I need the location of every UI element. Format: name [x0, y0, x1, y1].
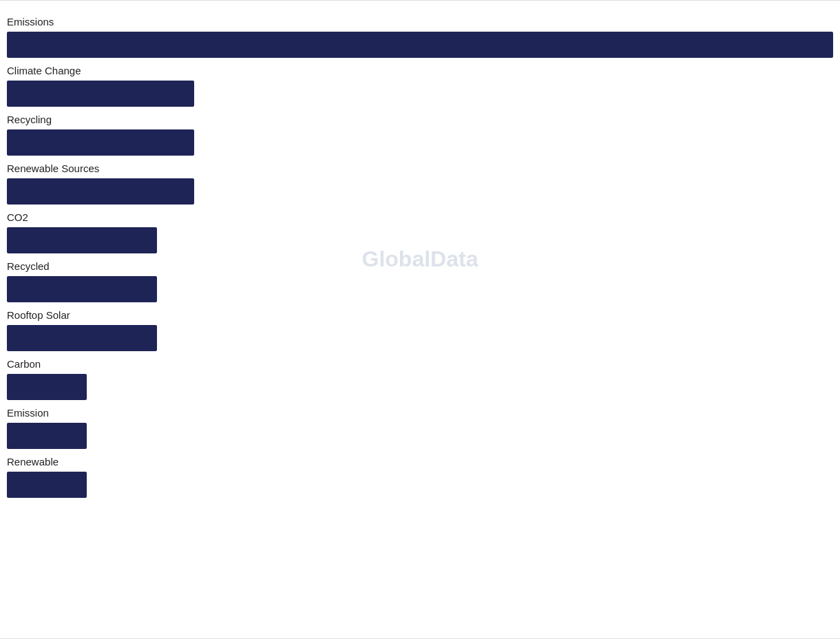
- chart-bar-renewable: [7, 472, 87, 498]
- chart-label-emission: Emission: [7, 406, 833, 420]
- chart-label-recycling: Recycling: [7, 112, 833, 127]
- chart-bar-rooftop-solar: [7, 325, 157, 351]
- chart-bar-recycling: [7, 129, 194, 156]
- chart-label-rooftop-solar: Rooftop Solar: [7, 308, 833, 322]
- chart-label-co2: CO2: [7, 210, 833, 224]
- chart-item-renewable: Renewable: [7, 454, 833, 498]
- chart-item-emission: Emission: [7, 406, 833, 449]
- chart-bar-recycled: [7, 276, 157, 302]
- chart-bar-emissions: [7, 32, 833, 58]
- chart-bar-co2: [7, 227, 157, 253]
- chart-label-renewable: Renewable: [7, 454, 833, 469]
- chart-item-climate-change: Climate Change: [7, 63, 833, 107]
- chart-label-carbon: Carbon: [7, 357, 833, 371]
- chart-bar-emission: [7, 423, 87, 449]
- chart-item-co2: CO2: [7, 210, 833, 253]
- chart-container: GlobalData Emissions Climate Change Recy…: [0, 1, 840, 517]
- chart-label-climate-change: Climate Change: [7, 63, 833, 78]
- chart-bar-renewable-sources: [7, 178, 194, 205]
- chart-label-recycled: Recycled: [7, 259, 833, 273]
- chart-bar-carbon: [7, 374, 87, 400]
- chart-item-renewable-sources: Renewable Sources: [7, 161, 833, 205]
- chart-item-recycling: Recycling: [7, 112, 833, 156]
- chart-item-emissions: Emissions: [7, 14, 833, 58]
- chart-item-recycled: Recycled: [7, 259, 833, 302]
- chart-label-emissions: Emissions: [7, 14, 833, 29]
- chart-label-renewable-sources: Renewable Sources: [7, 161, 833, 176]
- chart-item-rooftop-solar: Rooftop Solar: [7, 308, 833, 351]
- chart-bar-climate-change: [7, 81, 194, 107]
- chart-item-carbon: Carbon: [7, 357, 833, 400]
